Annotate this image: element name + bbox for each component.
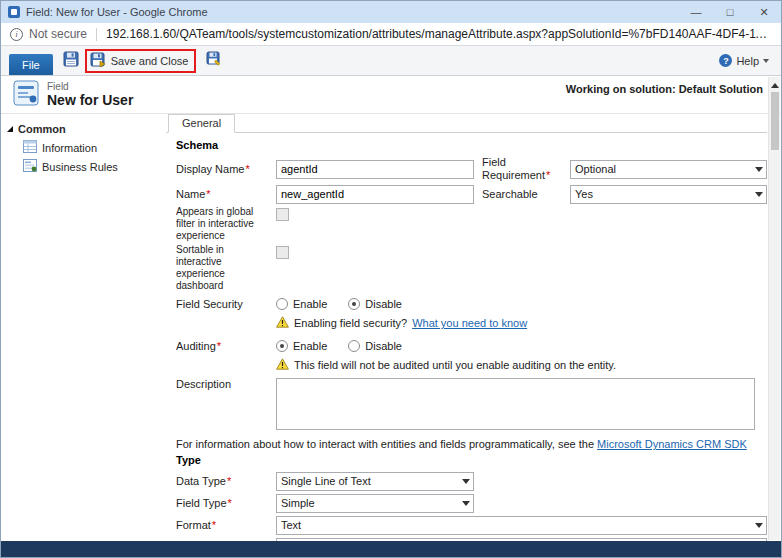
file-button[interactable]: File bbox=[9, 54, 53, 75]
auditing-disable-radio[interactable] bbox=[348, 340, 360, 352]
auditing-radios: Enable Disable bbox=[276, 340, 767, 352]
data-type-row: Data Type* Single Line of Text bbox=[176, 471, 767, 491]
required-marker: * bbox=[227, 475, 231, 487]
warning-icon bbox=[276, 316, 289, 330]
field-security-radios: Enable Disable bbox=[276, 298, 767, 310]
field-type-select[interactable]: Simple bbox=[276, 494, 474, 513]
field-security-enable-radio[interactable] bbox=[276, 298, 288, 310]
vertical-scrollbar[interactable] bbox=[768, 77, 780, 540]
sidebar-item-business-rules[interactable]: Business Rules bbox=[7, 157, 166, 176]
required-marker: * bbox=[217, 340, 221, 352]
ribbon-toolbar: File Save and Close ? Help bbox=[1, 46, 781, 76]
content-area: Common Information Business Rules Genera… bbox=[1, 114, 781, 541]
info-icon[interactable]: i bbox=[10, 28, 23, 41]
field-type-row: Field Type* Simple bbox=[176, 493, 767, 513]
help-dropdown-caret-icon bbox=[763, 59, 769, 63]
navigation-sidebar: Common Information Business Rules bbox=[1, 114, 166, 541]
description-textarea[interactable] bbox=[276, 378, 755, 430]
main-panel: General Schema Display Name* Field Requi… bbox=[166, 114, 781, 541]
auditing-disable-label: Disable bbox=[365, 340, 402, 352]
field-form: Schema Display Name* Field Requirement* … bbox=[166, 133, 767, 541]
page-title: New for User bbox=[47, 92, 133, 108]
save-and-new-button[interactable] bbox=[203, 50, 225, 72]
tree-expanded-icon bbox=[7, 126, 13, 132]
security-label[interactable]: Not secure bbox=[29, 27, 87, 41]
field-security-disable-radio[interactable] bbox=[348, 298, 360, 310]
sidebar-group-common[interactable]: Common bbox=[7, 120, 166, 138]
save-and-close-button[interactable]: Save and Close bbox=[90, 52, 189, 70]
page-title-block: Field New for User bbox=[47, 81, 133, 108]
sortable-row: Sortable in interactive experience dashb… bbox=[176, 244, 767, 292]
field-entity-icon bbox=[13, 80, 39, 110]
window-title: Field: New for User - Google Chrome bbox=[26, 6, 208, 18]
required-marker: * bbox=[546, 169, 550, 181]
address-separator bbox=[96, 28, 97, 41]
dropdown-caret-icon bbox=[755, 167, 763, 172]
browser-window: Field: New for User - Google Chrome — □ … bbox=[0, 0, 782, 558]
field-requirement-select[interactable]: Optional bbox=[570, 160, 767, 179]
global-filter-checkbox[interactable] bbox=[276, 208, 289, 221]
auditing-warning: This field will not be audited until you… bbox=[276, 358, 767, 372]
status-bar bbox=[1, 541, 781, 557]
scrollbar-thumb[interactable] bbox=[771, 92, 779, 150]
display-name-row: Display Name* Field Requirement* Optiona… bbox=[176, 156, 767, 182]
auditing-enable-label: Enable bbox=[293, 340, 327, 352]
sdk-note-text: For information about how to interact wi… bbox=[176, 438, 597, 450]
dropdown-caret-icon bbox=[462, 501, 470, 506]
scroll-up-arrow-icon[interactable] bbox=[771, 83, 779, 88]
name-input[interactable] bbox=[276, 185, 474, 204]
description-label: Description bbox=[176, 378, 268, 391]
description-row: Description bbox=[176, 378, 767, 432]
data-type-label: Data Type* bbox=[176, 475, 268, 488]
format-row: Format* Text bbox=[176, 515, 767, 535]
display-name-label: Display Name* bbox=[176, 163, 268, 176]
data-type-select[interactable]: Single Line of Text bbox=[276, 472, 474, 491]
sdk-link[interactable]: Microsoft Dynamics CRM SDK bbox=[597, 438, 747, 450]
minimize-button[interactable]: — bbox=[679, 1, 713, 23]
save-and-close-label: Save and Close bbox=[111, 55, 189, 67]
maximize-button[interactable]: □ bbox=[713, 1, 747, 23]
url-text[interactable]: 192.168.1.60/QATeam/tools/systemcustomiz… bbox=[106, 27, 772, 41]
sidebar-item-information[interactable]: Information bbox=[7, 138, 166, 157]
sidebar-item-label: Business Rules bbox=[42, 161, 118, 173]
name-label: Name* bbox=[176, 188, 268, 201]
format-select[interactable]: Text bbox=[276, 516, 767, 535]
display-name-input[interactable] bbox=[276, 160, 474, 179]
annotation-save-and-close-highlight: Save and Close bbox=[85, 49, 197, 73]
sortable-label: Sortable in interactive experience dashb… bbox=[176, 244, 268, 292]
save-button[interactable] bbox=[60, 50, 82, 72]
close-button[interactable]: ✕ bbox=[747, 1, 781, 23]
auditing-enable-radio[interactable] bbox=[276, 340, 288, 352]
required-marker: * bbox=[228, 497, 232, 509]
required-marker: * bbox=[212, 519, 216, 531]
schema-section-heading: Schema bbox=[176, 139, 767, 151]
help-menu[interactable]: ? Help bbox=[719, 54, 773, 67]
sidebar-group-label: Common bbox=[18, 123, 66, 135]
address-bar[interactable]: i Not secure 192.168.1.60/QATeam/tools/s… bbox=[1, 23, 781, 46]
dropdown-caret-icon bbox=[755, 192, 763, 197]
save-and-close-icon bbox=[90, 52, 106, 70]
sdk-note: For information about how to interact wi… bbox=[176, 438, 767, 450]
help-label: Help bbox=[736, 55, 759, 67]
field-security-label: Field Security bbox=[176, 298, 268, 311]
searchable-select[interactable]: Yes bbox=[570, 185, 767, 204]
record-type-label: Field bbox=[47, 81, 133, 92]
page-favicon-icon bbox=[8, 6, 20, 18]
required-marker: * bbox=[245, 163, 249, 175]
dropdown-caret-icon bbox=[462, 479, 470, 484]
field-requirement-label: Field Requirement* bbox=[482, 156, 562, 182]
auditing-label: Auditing* bbox=[176, 340, 268, 353]
format-label: Format* bbox=[176, 519, 268, 532]
required-marker: * bbox=[206, 188, 210, 200]
field-security-disable-label: Disable bbox=[365, 298, 402, 310]
field-security-row: Field Security Enable Disable bbox=[176, 294, 767, 314]
help-icon: ? bbox=[719, 54, 732, 67]
tab-general[interactable]: General bbox=[168, 114, 235, 133]
working-on-solution-label: Working on solution: Default Solution bbox=[566, 83, 763, 95]
field-security-learn-more-link[interactable]: What you need to know bbox=[412, 317, 527, 329]
auditing-warning-text: This field will not be audited until you… bbox=[294, 359, 616, 371]
name-row: Name* Searchable Yes bbox=[176, 184, 767, 204]
searchable-label: Searchable bbox=[482, 188, 562, 201]
field-type-label: Field Type* bbox=[176, 497, 268, 510]
sortable-checkbox[interactable] bbox=[276, 246, 289, 259]
